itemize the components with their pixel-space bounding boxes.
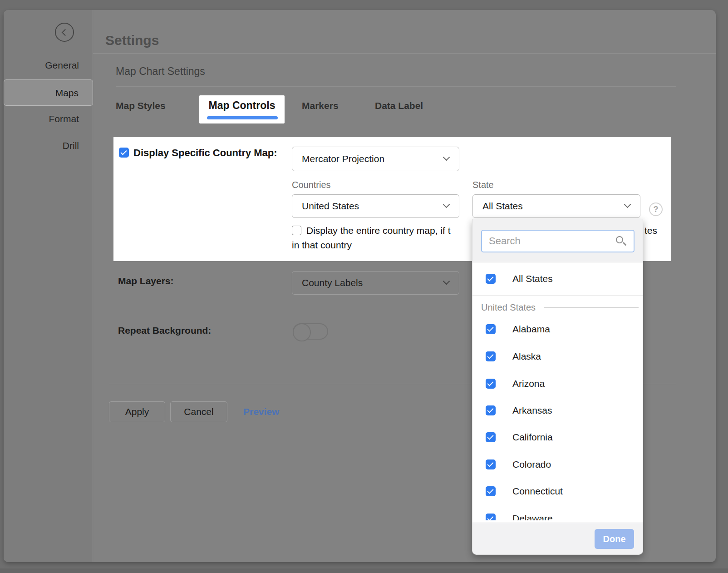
state-label: State (472, 180, 494, 190)
chevron-down-icon (443, 278, 450, 285)
chevron-left-icon (62, 29, 69, 36)
sidebar-item-drill[interactable]: Drill (4, 133, 93, 159)
list-item-state[interactable]: California (472, 428, 643, 446)
list-item-state[interactable]: Colorado (472, 455, 643, 474)
list-item-state[interactable]: Alabama (472, 320, 643, 338)
state-checkbox[interactable] (486, 351, 496, 361)
search-icon (616, 236, 623, 243)
section-divider (116, 86, 676, 87)
state-checkbox[interactable] (486, 459, 496, 469)
projection-select-value: Mercator Projection (302, 153, 384, 164)
group-label: United States (481, 302, 536, 313)
projection-select[interactable]: Mercator Projection (292, 147, 459, 171)
state-item-label: Colorado (512, 459, 551, 470)
list-item-state[interactable]: Arizona (472, 375, 643, 393)
state-list: All States United States Alabama Alaska … (472, 262, 643, 520)
group-header-united-states: United States (481, 301, 639, 314)
search-input[interactable] (481, 230, 635, 252)
display-specific-country-checkbox[interactable] (119, 148, 129, 158)
countries-select-value: United States (302, 201, 359, 212)
back-button[interactable] (55, 23, 74, 42)
all-states-label: All States (512, 273, 553, 284)
sidebar-item-format[interactable]: Format (4, 106, 93, 132)
tab-map-controls-label: Map Controls (199, 99, 285, 112)
list-divider (472, 295, 643, 296)
state-checkbox[interactable] (486, 405, 496, 415)
sidebar-item-general[interactable]: General (4, 52, 93, 79)
state-checkbox[interactable] (486, 379, 496, 389)
tab-markers[interactable]: Markers (302, 99, 339, 113)
sidebar-item-maps[interactable]: Maps (4, 79, 93, 106)
entire-country-checkbox[interactable] (292, 226, 301, 235)
dropdown-footer: Done (472, 523, 643, 554)
list-item-state[interactable]: Arkansas (472, 401, 643, 420)
state-item-label: Arkansas (512, 405, 552, 416)
state-item-label: Connecticut (512, 486, 563, 497)
map-layers-select[interactable]: County Labels (292, 271, 459, 295)
chevron-down-icon (624, 201, 631, 208)
tab-map-styles[interactable]: Map Styles (116, 99, 166, 113)
tab-map-controls[interactable]: Map Controls (199, 95, 285, 123)
header-divider (93, 53, 716, 54)
entire-country-label-line1-end: tes (644, 225, 657, 236)
apply-button[interactable]: Apply (109, 401, 165, 422)
repeat-background-toggle[interactable] (293, 323, 328, 340)
state-item-label: Alaska (512, 351, 541, 362)
cancel-button[interactable]: Cancel (170, 401, 227, 422)
help-icon[interactable]: ? (649, 203, 663, 216)
sidebar: General Maps Format Drill (4, 10, 93, 562)
dropdown-search-section (472, 219, 643, 262)
list-item-all-states[interactable]: All States (472, 270, 643, 288)
map-layers-label: Map Layers: (118, 276, 174, 286)
chevron-down-icon (443, 201, 450, 208)
countries-label: Countries (292, 180, 331, 190)
all-states-checkbox[interactable] (486, 274, 496, 284)
state-checkbox[interactable] (486, 486, 496, 496)
countries-select[interactable]: United States (292, 194, 459, 218)
entire-country-label-line1: Display the entire country map, if t (306, 225, 450, 236)
list-item-state[interactable]: Connecticut (472, 482, 643, 500)
list-item-state[interactable]: Alaska (472, 347, 643, 366)
state-item-label: Alabama (512, 324, 550, 335)
page-bottom-edge (0, 568, 728, 573)
list-item-state[interactable]: Delaware (472, 509, 643, 520)
section-title: Map Chart Settings (116, 65, 205, 78)
state-select[interactable]: All States (472, 194, 640, 218)
state-item-label: Delaware (512, 513, 553, 520)
map-layers-select-value: County Labels (302, 277, 363, 288)
state-item-label: Arizona (512, 378, 545, 389)
tab-data-label[interactable]: Data Label (375, 99, 423, 113)
display-specific-country-label: Display Specific Country Map: (133, 147, 277, 159)
chevron-down-icon (443, 154, 450, 161)
done-button[interactable]: Done (595, 529, 634, 549)
active-tab-underline (207, 116, 278, 119)
page-title: Settings (105, 33, 159, 48)
preview-link[interactable]: Preview (243, 401, 279, 422)
state-checkbox[interactable] (486, 324, 496, 334)
state-checkbox[interactable] (486, 432, 496, 442)
state-checkbox[interactable] (486, 514, 496, 520)
state-dropdown-panel: All States United States Alabama Alaska … (472, 219, 643, 555)
repeat-background-label: Repeat Background: (118, 325, 211, 336)
entire-country-label-line2: in that country (292, 240, 352, 251)
state-item-label: California (512, 432, 553, 443)
state-select-value: All States (482, 201, 523, 212)
group-divider-line (544, 307, 639, 308)
